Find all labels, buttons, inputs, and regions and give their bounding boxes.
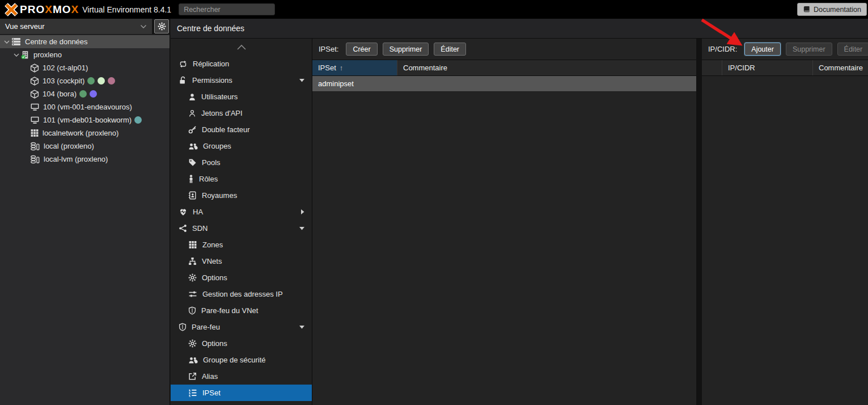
shield-icon bbox=[188, 306, 196, 315]
ipset-comment-cell bbox=[397, 76, 696, 91]
tree-item-local-lvm-proxleno[interactable]: local-lvm (proxleno) bbox=[0, 153, 170, 166]
menu-item-label: Pare-feu bbox=[192, 323, 220, 331]
menu-item-r-plication[interactable]: Réplication bbox=[171, 56, 312, 72]
menu-item-label: Groupe de sécurité bbox=[203, 356, 266, 364]
tag-dot bbox=[90, 90, 97, 98]
groups-icon bbox=[188, 356, 198, 364]
chevron-up-icon bbox=[236, 44, 247, 50]
ipset-panel: IPSet: CréerSupprimerÉditer IPSet↑Commen… bbox=[312, 39, 696, 405]
menu-item-pare-feu-du-vnet[interactable]: Pare-feu du VNet bbox=[171, 302, 312, 319]
zones-icon bbox=[188, 241, 197, 249]
network-icon bbox=[30, 129, 39, 137]
sort-ascending-icon: ↑ bbox=[340, 64, 344, 72]
menu-item-label: Pools bbox=[202, 158, 221, 167]
supprimer-ipcidr-button[interactable]: Supprimer bbox=[786, 43, 832, 56]
chevron-down-icon bbox=[140, 24, 147, 29]
documentation-button[interactable]: Documentation bbox=[797, 3, 867, 16]
diter-ipcidr-button[interactable]: Éditer bbox=[837, 43, 868, 56]
menu-scroll-up[interactable] bbox=[171, 39, 312, 56]
menu-item-ipset[interactable]: IPSet bbox=[171, 385, 312, 401]
tree-item-101-vm-deb01-bookworm[interactable]: 101 (vm-deb01-bookworm) bbox=[0, 113, 170, 126]
vm-icon bbox=[30, 103, 40, 111]
tree-item-102-ct-alp01[interactable]: 102 (ct-alp01) bbox=[0, 61, 170, 74]
ipset-table-header: IPSet↑Commentaire bbox=[312, 60, 696, 76]
ipset-table-body: adminipset bbox=[312, 76, 696, 92]
menu-item-label: SDN bbox=[192, 224, 208, 233]
tree-item-label: local-lvm (proxleno) bbox=[44, 155, 108, 163]
menu-item-alias[interactable]: Alias bbox=[171, 368, 312, 385]
tree-item-label: 100 (vm-001-endeavouros) bbox=[43, 103, 132, 111]
tree-item-103-cockpit[interactable]: 103 (cockpit) bbox=[0, 74, 170, 87]
column-header-ip-cidr[interactable]: IP/CIDR bbox=[722, 60, 813, 75]
lxc-icon bbox=[30, 64, 39, 73]
view-selector-dropdown[interactable]: Vue serveur bbox=[0, 19, 152, 34]
key-icon bbox=[188, 125, 197, 134]
menu-item-pools[interactable]: Pools bbox=[171, 154, 312, 171]
caret-down-icon[interactable] bbox=[299, 79, 304, 82]
table-row-adminipset[interactable]: adminipset bbox=[312, 76, 696, 92]
column-header-commentaire[interactable]: Commentaire bbox=[813, 60, 868, 75]
column-header-commentaire[interactable]: Commentaire bbox=[397, 60, 696, 75]
permissions-icon bbox=[179, 76, 187, 85]
storage-icon bbox=[30, 155, 40, 164]
supprimer-ipset-button[interactable]: Supprimer bbox=[383, 43, 429, 56]
tree-expander-icon[interactable] bbox=[2, 40, 11, 44]
column-header-label: Commentaire bbox=[403, 64, 447, 72]
menu-item-double-facteur[interactable]: Double facteur bbox=[171, 121, 312, 138]
menu-item-label: IPSet bbox=[202, 389, 221, 397]
menu-item-label: HA bbox=[193, 208, 203, 216]
tree-expander-icon[interactable] bbox=[12, 53, 20, 57]
panel-splitter[interactable] bbox=[696, 39, 702, 405]
view-selector-label: Vue serveur bbox=[5, 22, 45, 31]
groups-icon bbox=[188, 142, 198, 150]
datacenter-icon bbox=[11, 37, 22, 46]
caret-right-icon[interactable] bbox=[301, 209, 304, 214]
ipset-toolbar: IPSet: CréerSupprimerÉditer bbox=[312, 39, 696, 60]
ipset-name-cell: adminipset bbox=[312, 76, 397, 91]
tree-item-localnetwork-proxleno[interactable]: localnetwork (proxleno) bbox=[0, 126, 170, 140]
caret-down-icon[interactable] bbox=[299, 326, 304, 329]
diter-ipset-button[interactable]: Éditer bbox=[434, 43, 466, 56]
menu-item-vnets[interactable]: VNets bbox=[171, 253, 312, 269]
book-icon bbox=[803, 6, 810, 13]
menu-item-groupes[interactable]: Groupes bbox=[171, 138, 312, 154]
tree-item-label: local (proxleno) bbox=[44, 142, 94, 150]
tree-item-100-vm-001-endeavouros[interactable]: 100 (vm-001-endeavouros) bbox=[0, 100, 170, 113]
caret-down-icon[interactable] bbox=[299, 227, 304, 230]
menu-item-gestion-des-adresses-ip[interactable]: Gestion des adresses IP bbox=[171, 286, 312, 302]
column-header-blank[interactable] bbox=[702, 60, 722, 75]
gear-icon bbox=[158, 22, 166, 31]
tag-dot bbox=[98, 77, 105, 85]
tree-item-proxleno[interactable]: proxleno bbox=[0, 48, 170, 61]
menu-item-label: Zones bbox=[202, 241, 223, 249]
node-icon bbox=[20, 50, 30, 60]
menu-item-options[interactable]: Options bbox=[171, 335, 312, 352]
tree-settings-button[interactable] bbox=[154, 19, 169, 33]
menu-item-r-les[interactable]: Rôles bbox=[171, 171, 312, 187]
menu-item-sdn[interactable]: SDN bbox=[171, 220, 312, 237]
ajouter-ipcidr-button[interactable]: Ajouter bbox=[744, 43, 781, 56]
menu-item-pare-feu[interactable]: Pare-feu bbox=[171, 319, 312, 335]
tree-item-local-proxleno[interactable]: local (proxleno) bbox=[0, 140, 170, 153]
menu-item-options[interactable]: Options bbox=[171, 269, 312, 286]
menu-item-ha[interactable]: HA bbox=[171, 204, 312, 220]
menu-item-jetons-d-api[interactable]: Jetons d'API bbox=[171, 105, 312, 121]
menu-item-permissions[interactable]: Permissions bbox=[171, 72, 312, 88]
tree-item-label: Centre de données bbox=[25, 37, 88, 46]
tree-item-label: proxleno bbox=[33, 50, 62, 59]
tree-item-label: 101 (vm-deb01-bookworm) bbox=[43, 116, 132, 124]
menu-item-label: Royaumes bbox=[202, 191, 237, 200]
menu-item-label: Options bbox=[202, 273, 227, 282]
column-header-ipset[interactable]: IPSet↑ bbox=[312, 60, 397, 75]
menu-item-groupe-de-s-curit[interactable]: Groupe de sécurité bbox=[171, 352, 312, 368]
menu-item-label: Utilisateurs bbox=[201, 92, 238, 101]
tree-item-104-bora[interactable]: 104 (bora) bbox=[0, 87, 170, 100]
menu-item-utilisateurs[interactable]: Utilisateurs bbox=[171, 88, 312, 105]
menu-item-royaumes[interactable]: Royaumes bbox=[171, 187, 312, 204]
cr-er-ipset-button[interactable]: Créer bbox=[346, 43, 377, 56]
menu-item-zones[interactable]: Zones bbox=[171, 237, 312, 253]
search-input[interactable] bbox=[179, 3, 275, 15]
tree-item-centre-de-donn-es[interactable]: Centre de données bbox=[0, 35, 170, 48]
tag-dot bbox=[79, 90, 87, 98]
ipcidr-toolbar: IP/CIDR: AjouterSupprimerÉditer bbox=[702, 39, 868, 60]
